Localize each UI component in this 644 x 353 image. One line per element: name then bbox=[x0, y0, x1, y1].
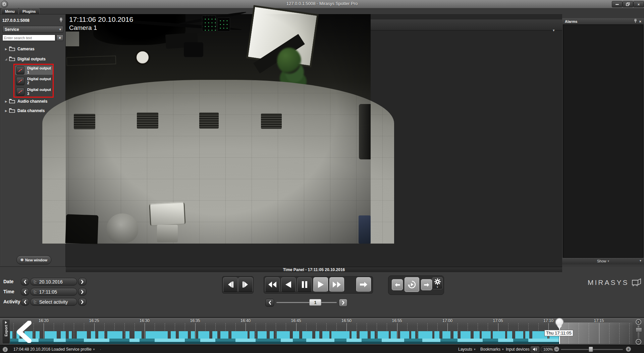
panel-collapse-caret[interactable]: ▾ bbox=[640, 259, 641, 262]
spin-icon[interactable]: ▷ bbox=[34, 300, 37, 304]
export-expand-icon bbox=[5, 321, 7, 324]
camera-video-frame[interactable]: 17:11:06 20.10.2016 Camera 1 bbox=[66, 14, 371, 244]
activity-bar bbox=[191, 331, 195, 339]
activity-bar bbox=[277, 331, 290, 339]
volume-up-icon[interactable]: + bbox=[626, 347, 631, 352]
chevron-down-icon[interactable]: ▾ bbox=[93, 348, 95, 351]
export-tab[interactable]: Export bbox=[2, 319, 10, 344]
activity-bar bbox=[129, 339, 140, 342]
volume-down-icon[interactable]: − bbox=[554, 347, 559, 352]
activity-bar bbox=[250, 331, 255, 339]
activity-bar bbox=[418, 331, 432, 339]
activity-bar bbox=[235, 339, 256, 342]
activity-bar bbox=[458, 339, 483, 342]
date-next-button[interactable] bbox=[78, 278, 87, 286]
date-label: Date bbox=[3, 279, 13, 284]
spin-icon[interactable]: ▷ bbox=[34, 290, 37, 294]
info-icon[interactable]: i bbox=[3, 347, 8, 352]
search-input[interactable] bbox=[2, 35, 55, 41]
timeline-tick-label: 16:30 bbox=[140, 318, 150, 323]
timeline-zoom-handle[interactable] bbox=[636, 327, 642, 332]
activity-next-button[interactable] bbox=[78, 298, 87, 306]
timeline-zoom-out-button[interactable]: − bbox=[636, 339, 641, 345]
step-back-button[interactable] bbox=[223, 277, 238, 292]
photo-vignette bbox=[66, 14, 371, 244]
alarms-show-button[interactable]: Show ▾ bbox=[562, 258, 644, 264]
minimize-button[interactable] bbox=[612, 1, 623, 7]
activity-bar bbox=[258, 331, 267, 339]
activity-bar bbox=[498, 339, 513, 342]
play-backward-button[interactable] bbox=[281, 277, 296, 292]
expander-icon[interactable]: ▶ bbox=[5, 100, 9, 103]
jump-forward-button[interactable] bbox=[356, 277, 371, 292]
activity-bar bbox=[91, 331, 95, 339]
pin-icon[interactable] bbox=[634, 19, 637, 24]
expander-icon[interactable]: ◢ bbox=[5, 58, 9, 61]
timeline-zoom-in-button[interactable]: + bbox=[636, 319, 641, 325]
search-clear-button[interactable]: × bbox=[56, 35, 63, 41]
selection-highlight-box bbox=[13, 64, 54, 98]
time-next-button[interactable] bbox=[78, 288, 87, 296]
activity-value[interactable]: ▷ Select activity bbox=[30, 298, 77, 306]
play-button[interactable] bbox=[313, 277, 328, 292]
timeline-zoom-slider[interactable] bbox=[638, 325, 639, 338]
time-value[interactable]: ▷ 17:11:05 bbox=[30, 288, 77, 296]
speed-slider-handle[interactable]: 1 bbox=[309, 299, 321, 306]
timeline-tick-label: 16:40 bbox=[240, 318, 251, 323]
activity-bar bbox=[391, 331, 397, 339]
speed-up-button[interactable] bbox=[339, 299, 347, 307]
activity-bar bbox=[461, 331, 471, 339]
activity-bar bbox=[434, 331, 439, 339]
osd-timestamp: 17:11:06 20.10.2016 bbox=[69, 15, 133, 23]
tab-menu[interactable]: Menu bbox=[1, 8, 18, 14]
timeline[interactable]: 16:2016:2516:3016:3516:4016:4516:5016:55… bbox=[0, 317, 644, 345]
jump-next-event-button[interactable] bbox=[421, 279, 432, 290]
chevron-down-icon: ▾ bbox=[502, 348, 504, 351]
expander-icon[interactable]: ▶ bbox=[5, 48, 9, 51]
activity-bar bbox=[525, 331, 529, 339]
step-forward-button[interactable] bbox=[238, 277, 253, 292]
mirasys-logo: MIRASYS bbox=[588, 278, 642, 287]
activity-bar bbox=[411, 331, 415, 339]
timeline-scroll-back-button[interactable] bbox=[11, 320, 36, 344]
timeline-tick-label: 16:20 bbox=[39, 318, 49, 323]
activity-bar bbox=[107, 331, 122, 339]
input-devices-menu[interactable]: Input devices ▾ bbox=[506, 345, 533, 353]
speed-down-button[interactable] bbox=[265, 299, 274, 307]
pin-icon[interactable] bbox=[59, 18, 63, 24]
time-settings-button[interactable]: ▾ bbox=[432, 277, 443, 289]
chevron-down-icon: ▾ bbox=[608, 259, 609, 263]
spin-icon[interactable]: ▷ bbox=[34, 280, 37, 284]
fast-forward-button[interactable] bbox=[329, 277, 344, 292]
replay-button[interactable] bbox=[405, 277, 419, 292]
tree-item-digital-outputs[interactable]: ◢ Digital outputs bbox=[0, 56, 66, 62]
speaker-button[interactable] bbox=[531, 346, 539, 352]
close-panel-icon[interactable]: × bbox=[639, 19, 641, 23]
rewind-button[interactable] bbox=[265, 277, 280, 292]
timeline-zoom-control: + − bbox=[634, 319, 643, 345]
new-window-button[interactable]: ⊕ New window bbox=[16, 255, 51, 264]
chevron-down-icon: ▾ bbox=[474, 348, 476, 351]
speed-slider-track[interactable] bbox=[276, 302, 337, 303]
profile-dropdown[interactable]: Service ▾ bbox=[2, 26, 63, 33]
bookmarks-menu[interactable]: Bookmarks ▾ bbox=[480, 345, 504, 353]
timeline-tick-label: 16:50 bbox=[341, 318, 352, 323]
volume-slider-handle[interactable] bbox=[589, 347, 593, 352]
close-button[interactable]: × bbox=[633, 1, 644, 7]
layouts-menu[interactable]: Layouts ▾ bbox=[458, 345, 476, 353]
tree-item-cameras[interactable]: ▶ Cameras bbox=[0, 46, 66, 52]
tree-item-audio-channels[interactable]: ▶ Audio channels bbox=[0, 98, 66, 104]
jump-prev-event-button[interactable] bbox=[392, 279, 403, 290]
tab-plugins[interactable]: Plugins bbox=[19, 8, 40, 14]
restore-button[interactable] bbox=[623, 1, 633, 7]
tab-overflow-caret[interactable]: ▾ bbox=[553, 28, 555, 33]
pause-button[interactable] bbox=[297, 277, 312, 292]
activity-prev-button[interactable] bbox=[21, 298, 29, 306]
date-value[interactable]: ▷ 20.10.2016 bbox=[30, 278, 77, 286]
playhead-time-label: Thu 17:11:05 bbox=[544, 330, 573, 336]
alarms-list[interactable] bbox=[563, 24, 643, 258]
activity-bar bbox=[293, 331, 299, 339]
expander-icon[interactable]: ▶ bbox=[5, 109, 9, 112]
time-prev-button[interactable] bbox=[21, 288, 29, 296]
date-prev-button[interactable] bbox=[21, 278, 29, 286]
